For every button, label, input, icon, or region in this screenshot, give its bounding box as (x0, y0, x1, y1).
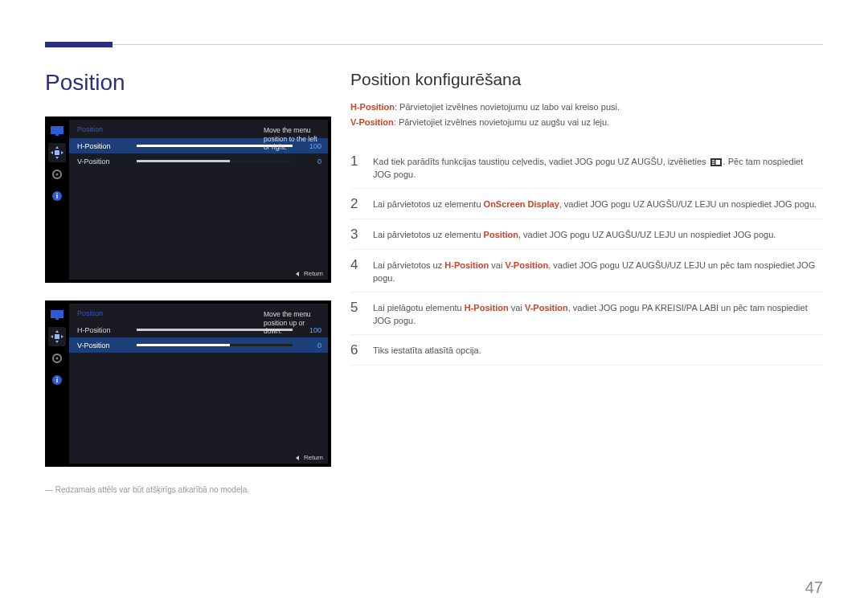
step: 4Lai pārvietotos uz H-Position vai V-Pos… (350, 250, 823, 292)
footnote: Redzamais attēls var būt atšķirīgs atkar… (45, 484, 331, 495)
osd-row: V-Position0 (69, 153, 328, 169)
move-icon (48, 327, 66, 346)
svg-marker-4 (55, 157, 59, 159)
steps-list: 1Kad tiek parādīts funkcijas taustiņu ce… (350, 146, 823, 366)
step: 3Lai pārvietotos uz elementu Position, v… (350, 219, 823, 250)
svg-point-19 (56, 358, 59, 360)
step-number: 2 (350, 195, 362, 212)
svg-text:i: i (56, 376, 59, 384)
osd-footer: Return (296, 270, 323, 277)
h-position-desc: H-Position: Pārvietojiet izvēlnes noviet… (350, 100, 823, 114)
osd-main: Position H-Position100V-Position0 Move t… (69, 120, 328, 280)
step: 5Lai pielāgotu elementu H-Position vai V… (350, 292, 823, 335)
osd-sidebar: i (45, 116, 69, 283)
svg-marker-16 (51, 335, 53, 338)
svg-rect-12 (55, 318, 59, 320)
svg-rect-13 (55, 334, 59, 339)
step-text: Lai pārvietotos uz H-Position vai V-Posi… (373, 256, 823, 285)
subheading: Position konfigurēšana (350, 70, 823, 89)
svg-marker-14 (55, 330, 59, 333)
step: 2Lai pārvietotos uz elementu OnScreen Di… (350, 189, 823, 219)
move-icon (48, 143, 66, 162)
step: 6Tiks iestatīta atlasītā opcija. (350, 335, 823, 366)
step: 1Kad tiek parādīts funkcijas taustiņu ce… (350, 146, 823, 189)
osd-screenshot-2: i Position H-Position100V-Position0 Move… (45, 300, 331, 467)
step-number: 6 (350, 341, 362, 358)
osd-row: V-Position0 (69, 337, 328, 353)
keyword: V-Position (505, 260, 548, 270)
h-position-label: H-Position (350, 102, 395, 112)
keyword: Position (484, 230, 518, 239)
osd-help-2: Move the menu position up or down. (262, 309, 325, 337)
osd-row-label: H-Position (77, 142, 137, 150)
svg-rect-0 (51, 126, 63, 134)
osd-slider (137, 344, 293, 346)
osd-help-1: Move the menu position to the left or ri… (262, 125, 325, 153)
svg-rect-11 (51, 310, 63, 318)
v-position-text: : Pārvietojiet izvēlnes novietojumu uz a… (394, 117, 609, 127)
info-icon: i (48, 370, 66, 390)
svg-point-8 (56, 174, 59, 176)
svg-rect-25 (712, 164, 714, 165)
header-tab (45, 42, 113, 47)
svg-rect-1 (55, 134, 59, 136)
keyword: H-Position (444, 260, 489, 270)
step-number: 3 (350, 226, 362, 243)
osd-slider (137, 160, 293, 162)
header-rule (45, 42, 823, 47)
svg-text:i: i (56, 192, 59, 200)
osd-row-label: V-Position (77, 157, 137, 166)
svg-rect-24 (712, 161, 714, 162)
info-icon: i (48, 186, 66, 206)
menu-icon (710, 158, 722, 166)
osd-screenshot-1: i Position H-Position100V-Position0 Move… (45, 116, 331, 283)
svg-marker-17 (61, 335, 63, 338)
right-column: Position konfigurēšana H-Position: Pārvi… (350, 70, 823, 366)
osd-main: Position H-Position100V-Position0 Move t… (69, 304, 328, 464)
osd-row-label: H-Position (77, 326, 137, 334)
osd-sidebar: i (45, 300, 69, 467)
svg-marker-15 (55, 341, 59, 343)
osd-row-value: 0 (293, 341, 321, 349)
page-number: 47 (805, 578, 823, 597)
keyword: H-Position (465, 303, 509, 313)
header-line (113, 44, 823, 45)
return-label: Return (304, 454, 323, 461)
v-position-label: V-Position (350, 117, 394, 127)
monitor-icon (48, 305, 66, 325)
monitor-icon (48, 121, 66, 141)
gear-icon (48, 349, 66, 368)
step-text: Lai pārvietotos uz elementu OnScreen Dis… (373, 195, 817, 211)
v-position-desc: V-Position: Pārvietojiet izvēlnes noviet… (350, 116, 823, 129)
svg-marker-3 (55, 146, 59, 149)
gear-icon (48, 165, 66, 184)
step-text: Tiks iestatīta atlasītā opcija. (373, 341, 481, 358)
h-position-text: : Pārvietojiet izvēlnes novietojumu uz l… (395, 102, 620, 112)
svg-rect-2 (55, 150, 59, 155)
back-arrow-icon (296, 456, 299, 460)
keyword: OnScreen Display (484, 199, 559, 209)
svg-rect-23 (712, 160, 714, 161)
osd-row-value: 0 (293, 157, 321, 166)
section-title: Position (45, 70, 331, 96)
keyword: V-Position (525, 303, 568, 313)
return-label: Return (304, 270, 323, 277)
svg-marker-6 (61, 151, 63, 154)
svg-marker-5 (51, 151, 53, 154)
svg-rect-26 (715, 160, 720, 165)
osd-footer: Return (296, 454, 323, 461)
step-text: Kad tiek parādīts funkcijas taustiņu ceļ… (373, 153, 823, 182)
left-column: Position i (45, 70, 331, 495)
step-number: 1 (350, 153, 362, 170)
step-number: 4 (350, 256, 362, 273)
back-arrow-icon (296, 272, 299, 276)
step-number: 5 (350, 299, 362, 316)
osd-row-label: V-Position (77, 341, 137, 349)
step-text: Lai pielāgotu elementu H-Position vai V-… (373, 299, 823, 328)
step-text: Lai pārvietotos uz elementu Position, va… (373, 226, 776, 242)
